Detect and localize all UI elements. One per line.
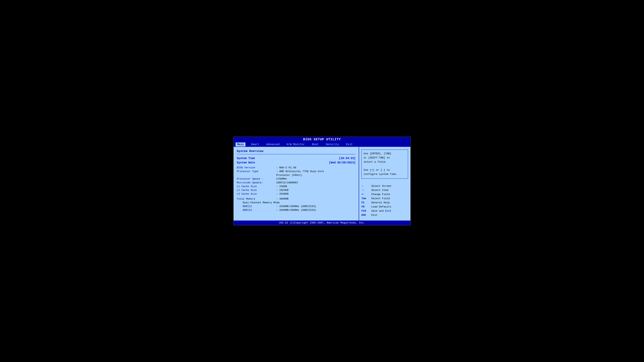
bios-version-label: BIOS Version <box>237 166 276 169</box>
l2-cache-label: L2 Cache Size <box>237 189 276 192</box>
total-memory-label: Total Memory <box>237 198 276 200</box>
l2-cache-row: L2 Cache Size : 1024KB <box>237 189 356 192</box>
microcode-row: Microcode Update: 100F23/1000083 <box>237 181 356 184</box>
system-time-values: [18:34:33] [Wed 02/20/2013] <box>329 157 356 164</box>
key-desc-select-item: Select Item <box>371 189 388 192</box>
key-desc-select-screen: Select Screen <box>371 185 391 188</box>
memory-mode-value: Dual-Channel Memory Mode <box>243 201 280 204</box>
system-date-value[interactable]: [Wed 02/20/2013] <box>329 161 356 164</box>
bios-version-value: : N68-S P1.50 <box>276 166 296 169</box>
processor-type-cont-row: Processor (64bit) <box>237 174 356 177</box>
ddrii1-row: DDRII1 : 2048MB/266MHz (DDRII533) <box>237 205 356 208</box>
system-date-label: System Date <box>237 161 255 164</box>
l1-cache-value: : 256KB <box>276 185 287 188</box>
key-desc-select-field: Select Field <box>371 197 390 200</box>
main-content: System Overview System Time System Date … <box>234 147 410 221</box>
right-panel: Use [ENTER], [TAB]or [SHIFT-TAB] toselec… <box>359 147 410 221</box>
key-row-select-field: Tab Select Field <box>362 197 408 200</box>
bios-screen: BIOS SETUP UTILITY Main Smart Advanced H… <box>233 136 411 226</box>
key-desc-esc-exit: Exit <box>371 214 378 217</box>
l3-cache-row: L3 Cache Size : 2048KB <box>237 193 356 196</box>
processor-type-row: Processor Type : AMD Athlon(tm) 7750 Dua… <box>237 170 356 173</box>
total-memory-value: : 4096MB <box>276 198 288 200</box>
key-sym-f10: F10 <box>362 210 371 212</box>
l1-cache-label: L1 Cache Size <box>237 185 276 188</box>
nav-item-security[interactable]: Security <box>324 142 340 146</box>
key-desc-change-field: Change Field <box>371 193 390 196</box>
key-sym-arrows-lr: ↔ <box>362 185 371 188</box>
footer: v02.62 (C)Copyright 1985-2007, American … <box>234 221 410 225</box>
key-sym-plusminus: +- <box>362 193 371 196</box>
title-bar: BIOS SETUP UTILITY <box>234 137 410 142</box>
key-help-list: ↔ Select Screen ↑↓ Select Item +- Change… <box>362 185 408 217</box>
bios-version-row: BIOS Version : N68-S P1.50 <box>237 166 356 169</box>
total-memory-row: Total Memory : 4096MB <box>237 198 356 200</box>
key-row-save-exit: F10 Save and Exit <box>362 210 408 212</box>
key-row-load-defaults: F9 Load Defaults <box>362 205 408 208</box>
l1-cache-row: L1 Cache Size : 256KB <box>237 185 356 188</box>
ddrii2-row: DDRII2 : 2048MB/266MHz (DDRII533) <box>237 209 356 212</box>
system-time-label: System Time <box>237 157 255 160</box>
microcode-label: Microcode Update: <box>237 181 276 184</box>
processor-speed-row: Processor Speed : 2700MHz <box>237 177 356 180</box>
key-sym-arrows-ud: ↑↓ <box>362 189 371 192</box>
key-row-select-item: ↑↓ Select Item <box>362 189 408 192</box>
key-sym-esc: ESC <box>362 214 371 217</box>
nav-bar: Main Smart Advanced H/W Monitor Boot Sec… <box>234 142 410 147</box>
key-row-change-field: +- Change Field <box>362 193 408 196</box>
help-box: Use [ENTER], [TAB]or [SHIFT-TAB] toselec… <box>362 150 408 179</box>
l3-cache-value: : 2048KB <box>276 193 288 196</box>
system-time-row: System Time System Date [18:34:33] [Wed … <box>237 157 356 164</box>
key-sym-tab: Tab <box>362 197 371 200</box>
microcode-value: 100F23/1000083 <box>276 181 298 184</box>
ddrii2-value: : 2048MB/266MHz (DDRII533) <box>276 209 316 212</box>
nav-item-exit[interactable]: Exit <box>344 142 354 146</box>
key-desc-save-exit: Save and Exit <box>371 210 391 212</box>
key-desc-general-help: General Help <box>371 201 390 204</box>
bios-title: BIOS SETUP UTILITY <box>303 138 341 141</box>
system-time-value[interactable]: [18:34:33] <box>339 157 356 160</box>
l3-cache-label: L3 Cache Size <box>237 193 276 196</box>
processor-type-cont-label <box>237 174 276 177</box>
processor-type-cont-value: Processor (64bit) <box>276 174 302 177</box>
nav-item-hwmonitor[interactable]: H/W Monitor <box>285 142 306 146</box>
l2-cache-value: : 1024KB <box>276 189 288 192</box>
left-panel: System Overview System Time System Date … <box>234 147 359 221</box>
system-time-labels: System Time System Date <box>237 157 255 164</box>
key-desc-load-defaults: Load Defaults <box>371 205 391 208</box>
key-row-general-help: F1 General Help <box>362 201 408 204</box>
nav-item-boot[interactable]: Boot <box>310 142 320 146</box>
ddrii2-label: DDRII2 <box>237 209 276 212</box>
section-title: System Overview <box>237 150 356 153</box>
processor-speed-label: Processor Speed : <box>237 177 276 180</box>
nav-item-smart[interactable]: Smart <box>250 142 261 146</box>
memory-mode-row: Dual-Channel Memory Mode <box>237 201 356 204</box>
processor-speed-value: 2700MHz <box>276 177 287 180</box>
footer-text: v02.62 (C)Copyright 1985-2007, American … <box>279 221 365 224</box>
help-text: Use [ENTER], [TAB]or [SHIFT-TAB] toselec… <box>364 152 398 176</box>
key-sym-f9: F9 <box>362 205 371 208</box>
nav-item-advanced[interactable]: Advanced <box>265 142 281 146</box>
nav-item-main[interactable]: Main <box>236 142 246 146</box>
processor-type-value: : AMD Athlon(tm) 7750 Dual-Core <box>276 170 324 173</box>
ddrii1-label: DDRII1 <box>237 205 276 208</box>
key-sym-f1: F1 <box>362 201 371 204</box>
key-row-select-screen: ↔ Select Screen <box>362 185 408 188</box>
key-row-esc: ESC Exit <box>362 214 408 217</box>
ddrii1-value: : 2048MB/266MHz (DDRII533) <box>276 205 316 208</box>
processor-type-label: Processor Type <box>237 170 276 173</box>
